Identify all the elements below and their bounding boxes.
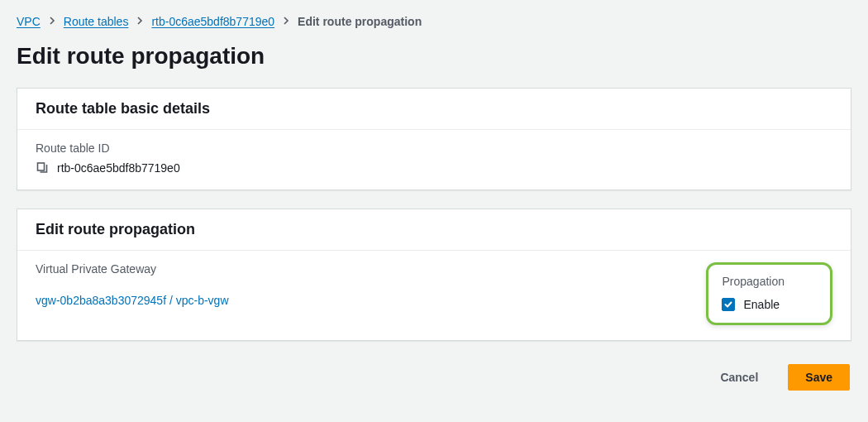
- chevron-right-icon: [49, 15, 55, 28]
- breadcrumb-link-rtb-id[interactable]: rtb-0c6ae5bdf8b7719e0: [151, 15, 274, 28]
- breadcrumb-link-vpc[interactable]: VPC: [17, 15, 41, 28]
- breadcrumb-link-route-tables[interactable]: Route tables: [64, 15, 129, 28]
- svg-rect-0: [38, 163, 45, 170]
- chevron-right-icon: [136, 15, 143, 28]
- enable-checkbox[interactable]: [722, 298, 735, 311]
- page-title: Edit route propagation: [17, 43, 851, 70]
- propagation-label: Propagation: [722, 275, 785, 288]
- cancel-button[interactable]: Cancel: [703, 365, 775, 390]
- panel-body: Route table ID rtb-0c6ae5bdf8b7719e0: [17, 130, 851, 189]
- vgw-link[interactable]: vgw-0b2ba8a3b3072945f / vpc-b-vgw: [36, 294, 229, 307]
- route-table-id-row: rtb-0c6ae5bdf8b7719e0: [36, 161, 832, 175]
- propagation-highlight: Propagation Enable: [706, 262, 832, 325]
- route-table-id-label: Route table ID: [36, 141, 832, 155]
- panel-header: Route table basic details: [17, 89, 851, 130]
- panel-basic-details: Route table basic details Route table ID…: [17, 88, 851, 190]
- breadcrumb: VPC Route tables rtb-0c6ae5bdf8b7719e0 E…: [17, 15, 851, 28]
- save-button[interactable]: Save: [788, 364, 850, 391]
- panel-title-basic-details: Route table basic details: [36, 100, 832, 117]
- route-table-id-value: rtb-0c6ae5bdf8b7719e0: [57, 161, 180, 175]
- vgw-label: Virtual Private Gateway: [36, 262, 418, 276]
- panel-header: Edit route propagation: [17, 209, 851, 251]
- action-row: Cancel Save: [17, 359, 851, 396]
- copy-icon[interactable]: [36, 161, 49, 175]
- panel-title-edit-propagation: Edit route propagation: [36, 221, 832, 238]
- enable-label: Enable: [743, 298, 780, 311]
- breadcrumb-current: Edit route propagation: [298, 15, 422, 28]
- panel-edit-propagation: Edit route propagation Virtual Private G…: [17, 209, 851, 341]
- chevron-right-icon: [283, 15, 289, 28]
- panel-body: Virtual Private Gateway vgw-0b2ba8a3b307…: [17, 251, 851, 340]
